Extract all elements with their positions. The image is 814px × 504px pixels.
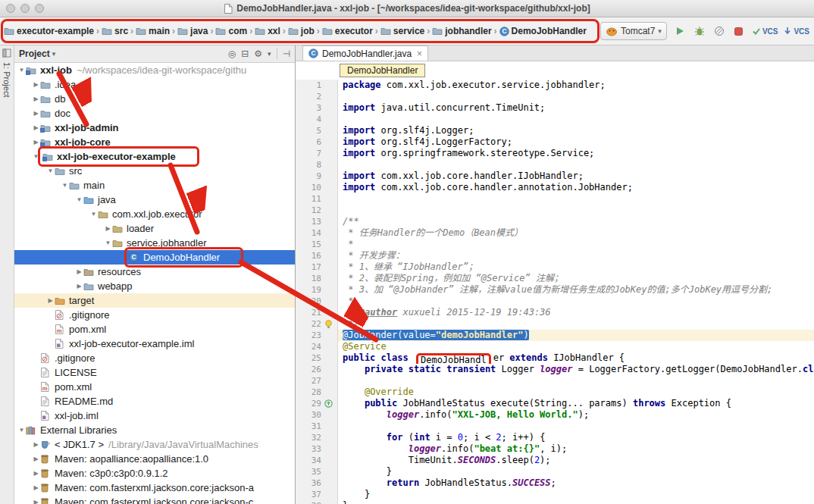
tree-item-xxl-job-iml[interactable]: xxl-job.iml — [14, 409, 295, 423]
gutter-cell[interactable]: 9 — [296, 171, 338, 182]
line-number[interactable]: 22 — [296, 318, 321, 330]
gutter-cell[interactable]: 21 — [296, 307, 338, 318]
line-number[interactable]: 35 — [296, 466, 321, 477]
code-line[interactable]: 12 — [296, 205, 814, 216]
breadcrumb-item-service[interactable]: service — [380, 26, 424, 36]
line-number[interactable]: 3 — [296, 102, 321, 114]
code-line[interactable]: 8 — [296, 159, 814, 171]
breadcrumb-item-main[interactable]: main — [136, 26, 170, 36]
gutter-cell[interactable]: 8 — [296, 159, 338, 171]
line-number[interactable]: 26 — [296, 364, 321, 375]
gutter-cell[interactable]: 20 — [296, 296, 338, 307]
line-number[interactable]: 6 — [296, 136, 321, 148]
code-line[interactable]: 4 — [296, 114, 814, 125]
gutter-cell[interactable]: 4 — [296, 114, 338, 125]
gutter-cell[interactable]: 33 — [296, 443, 338, 455]
line-number[interactable]: 28 — [296, 387, 321, 398]
code-line[interactable]: 16 * 开发步骤： — [296, 250, 814, 261]
code-line[interactable]: 11 — [296, 193, 814, 205]
tree-item-xxl-job[interactable]: ▼xxl-job~/workspaces/idea-git-workspace/… — [14, 63, 295, 77]
code-line[interactable]: 37 } — [296, 489, 814, 500]
line-number[interactable]: 11 — [296, 193, 321, 205]
tree-item-java[interactable]: ▼java — [14, 193, 295, 207]
close-icon[interactable]: × — [417, 49, 422, 59]
code-line[interactable]: 6import org.slf4j.LoggerFactory; — [296, 136, 814, 148]
breadcrumb-item-job[interactable]: job — [288, 26, 315, 36]
gutter-cell[interactable]: 27 — [296, 375, 338, 387]
code-line[interactable]: 9import com.xxl.job.core.handler.IJobHan… — [296, 171, 814, 182]
expand-arrow-icon[interactable]: ▶ — [104, 225, 112, 232]
project-stripe-button[interactable]: 1: Project — [2, 62, 11, 97]
line-number[interactable]: 27 — [296, 375, 321, 387]
tree-item-doc[interactable]: ▶doc — [14, 106, 295, 121]
tree-item-maven-aopalliance-aopalliance-1-0[interactable]: ▶Maven: aopalliance:aopalliance:1.0 — [14, 452, 295, 466]
collapse-arrow-icon[interactable]: ▼ — [46, 167, 55, 174]
code-line[interactable]: 2 — [296, 91, 814, 102]
gutter-cell[interactable]: 12 — [296, 205, 338, 216]
gutter-cell[interactable]: 25 — [296, 352, 338, 364]
gutter-cell[interactable]: 32 — [296, 432, 338, 443]
gutter-cell[interactable]: 26 — [296, 364, 338, 375]
line-number[interactable]: 30 — [296, 409, 321, 421]
tree-item-gitignore[interactable]: .gitignore — [14, 351, 295, 365]
tree-item-xxl-job-executor-example[interactable]: ▼xxl-job-executor-example — [14, 149, 295, 164]
tree-item-license[interactable]: LICENSE — [14, 365, 295, 380]
coverage-button[interactable] — [712, 23, 727, 39]
expand-arrow-icon[interactable]: ▶ — [32, 455, 40, 462]
tree-item-external-libraries[interactable]: ▼External Libraries — [14, 423, 295, 437]
tree-item-com-xxl-job-executor[interactable]: ▼com.xxl.job.executor — [14, 207, 295, 221]
line-number[interactable]: 24 — [296, 341, 321, 352]
expand-arrow-icon[interactable]: ▶ — [32, 95, 40, 102]
code-line[interactable]: 27 — [296, 375, 814, 387]
line-number[interactable]: 1 — [296, 80, 321, 91]
expand-arrow-icon[interactable]: ▶ — [75, 283, 83, 290]
run-button[interactable] — [672, 23, 687, 39]
gutter-cell[interactable]: 31 — [296, 421, 338, 432]
gutter-cell[interactable]: 18 — [296, 273, 338, 284]
collapse-arrow-icon[interactable]: ▼ — [17, 67, 26, 74]
breadcrumb-item-xxl[interactable]: xxl — [255, 26, 280, 36]
tree-item-maven-com-fasterxml-jackson-core-jackson-a[interactable]: ▶Maven: com.fasterxml.jackson.core:jacks… — [14, 481, 295, 495]
vcs-update-button[interactable]: VCS — [783, 27, 809, 36]
gutter-cell[interactable]: 22 — [296, 318, 338, 330]
code-line[interactable]: 5import org.slf4j.Logger; — [296, 125, 814, 136]
breadcrumb-item-java[interactable]: java — [177, 26, 208, 36]
gutter-cell[interactable]: 6 — [296, 136, 338, 148]
line-number[interactable]: 20 — [296, 296, 321, 307]
code-line[interactable]: 36 return JobHandleStatus.SUCCESS; — [296, 477, 814, 489]
collapse-arrow-icon[interactable]: ▼ — [17, 427, 26, 434]
line-number[interactable]: 15 — [296, 239, 321, 250]
line-number[interactable]: 31 — [296, 421, 321, 432]
code-line[interactable]: 34 TimeUnit.SECONDS.sleep(2); — [296, 455, 814, 466]
collapse-all-icon[interactable]: ⊟ — [241, 49, 249, 59]
tree-item-demojobhandler[interactable]: CDemoJobHandler — [14, 250, 295, 265]
gutter-cell[interactable]: 29 — [296, 398, 338, 409]
collapse-arrow-icon[interactable]: ▼ — [89, 211, 98, 218]
code-line[interactable]: 30 logger.info("XXL-JOB, Hello World."); — [296, 409, 814, 421]
gutter-cell[interactable]: 17 — [296, 261, 338, 273]
gutter-cell[interactable]: 16 — [296, 250, 338, 261]
expand-arrow-icon[interactable]: ▶ — [32, 441, 40, 448]
expand-arrow-icon[interactable]: ▶ — [32, 81, 40, 88]
code-line[interactable]: 17 * 1、继承 “IJobHandler”； — [296, 261, 814, 273]
line-number[interactable]: 38 — [296, 500, 321, 504]
tree-item-maven-c3p0-c3p0-0-9-1-2[interactable]: ▶Maven: c3p0:c3p0:0.9.1.2 — [14, 466, 295, 481]
line-number[interactable]: 13 — [296, 216, 321, 227]
code-line[interactable]: 7import org.springframework.stereotype.S… — [296, 148, 814, 159]
line-number[interactable]: 18 — [296, 273, 321, 284]
gutter-cell[interactable]: 34 — [296, 455, 338, 466]
code-area[interactable]: 1package com.xxl.job.executor.service.jo… — [296, 80, 814, 504]
panel-title[interactable]: Project — [19, 49, 50, 59]
close-window-button[interactable] — [6, 4, 15, 13]
line-number[interactable]: 5 — [296, 125, 321, 136]
debug-button[interactable] — [692, 23, 707, 39]
gutter-cell[interactable]: 30 — [296, 409, 338, 421]
code-line[interactable]: 3import java.util.concurrent.TimeUnit; — [296, 102, 814, 114]
gutter-cell[interactable]: 19 — [296, 284, 338, 296]
tree-item-jdk1-7[interactable]: ▶< JDK1.7 >/Library/Java/JavaVirtualMach… — [14, 437, 295, 452]
code-line[interactable]: 23@JobHander(value="demoJobHandler") — [296, 330, 814, 341]
expand-arrow-icon[interactable]: ▶ — [32, 124, 40, 131]
tree-item-db[interactable]: ▶db — [14, 92, 295, 106]
code-line[interactable]: 25public class DemoJobHandler extends IJ… — [296, 352, 814, 364]
zoom-window-button[interactable] — [35, 4, 44, 13]
